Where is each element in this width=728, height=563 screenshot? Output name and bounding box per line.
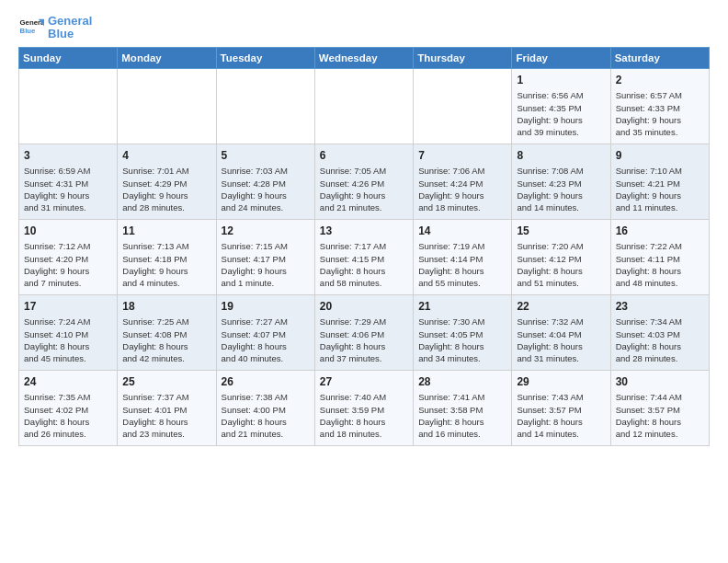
calendar-cell: 25Sunrise: 7:37 AMSunset: 4:01 PMDayligh… <box>118 370 216 445</box>
day-info: and 12 minutes. <box>616 428 704 440</box>
day-number: 8 <box>517 148 605 164</box>
day-info: and 31 minutes. <box>517 352 605 364</box>
day-info: and 11 minutes. <box>616 201 704 213</box>
calendar-cell: 10Sunrise: 7:12 AMSunset: 4:20 PMDayligh… <box>19 219 118 294</box>
day-number: 16 <box>616 224 704 239</box>
day-info: Sunset: 4:35 PM <box>517 102 605 114</box>
calendar-cell: 13Sunrise: 7:17 AMSunset: 4:15 PMDayligh… <box>314 219 413 294</box>
calendar-cell: 22Sunrise: 7:32 AMSunset: 4:04 PMDayligh… <box>512 294 610 370</box>
day-info: Daylight: 8 hours <box>222 340 310 352</box>
day-number: 15 <box>517 224 605 239</box>
calendar-cell: 5Sunrise: 7:03 AMSunset: 4:28 PMDaylight… <box>216 144 314 219</box>
day-header-thursday: Thursday <box>414 47 512 68</box>
day-info: and 7 minutes. <box>24 277 112 289</box>
day-info: Daylight: 8 hours <box>122 340 210 352</box>
day-number: 14 <box>418 224 506 239</box>
day-info: Sunrise: 7:20 AM <box>517 240 605 252</box>
day-number: 21 <box>418 299 506 315</box>
day-info: Daylight: 8 hours <box>616 265 704 277</box>
day-info: Sunrise: 7:32 AM <box>517 316 605 327</box>
calendar-cell <box>216 68 314 144</box>
day-info: Daylight: 8 hours <box>122 416 210 428</box>
day-info: Daylight: 9 hours <box>517 190 605 201</box>
calendar-cell: 11Sunrise: 7:13 AMSunset: 4:18 PMDayligh… <box>118 219 216 294</box>
day-info: Sunset: 4:07 PM <box>222 328 310 340</box>
day-info: Sunset: 4:21 PM <box>616 178 704 190</box>
day-info: Daylight: 9 hours <box>418 190 506 201</box>
day-info: Sunset: 4:18 PM <box>122 253 210 265</box>
day-info: and 31 minutes. <box>24 201 112 213</box>
day-header-monday: Monday <box>118 47 216 68</box>
day-number: 13 <box>320 224 408 239</box>
day-number: 4 <box>122 148 210 164</box>
day-info: Daylight: 8 hours <box>418 340 506 352</box>
day-number: 29 <box>517 374 605 390</box>
svg-text:Blue: Blue <box>20 28 37 36</box>
calendar-cell <box>414 68 512 144</box>
day-header-sunday: Sunday <box>19 47 118 68</box>
day-number: 7 <box>418 148 506 164</box>
day-header-saturday: Saturday <box>610 47 709 68</box>
day-info: Sunrise: 7:17 AM <box>320 240 408 252</box>
day-number: 23 <box>616 299 704 315</box>
day-info: Sunrise: 7:01 AM <box>122 165 210 177</box>
calendar-cell: 23Sunrise: 7:34 AMSunset: 4:03 PMDayligh… <box>610 294 709 370</box>
day-info: Sunrise: 7:27 AM <box>222 316 310 327</box>
day-info: and 28 minutes. <box>616 352 704 364</box>
day-number: 10 <box>24 224 112 239</box>
day-info: Sunrise: 7:03 AM <box>222 165 310 177</box>
day-info: Sunset: 4:28 PM <box>222 178 310 190</box>
calendar-cell: 27Sunrise: 7:40 AMSunset: 3:59 PMDayligh… <box>314 370 413 445</box>
day-info: Sunset: 4:29 PM <box>122 178 210 190</box>
day-info: Sunset: 4:17 PM <box>222 253 310 265</box>
calendar-cell: 28Sunrise: 7:41 AMSunset: 3:58 PMDayligh… <box>414 370 512 445</box>
day-number: 19 <box>222 299 310 315</box>
calendar-cell: 20Sunrise: 7:29 AMSunset: 4:06 PMDayligh… <box>314 294 413 370</box>
day-info: Sunset: 4:20 PM <box>24 253 112 265</box>
day-info: and 23 minutes. <box>122 428 210 440</box>
calendar-cell: 7Sunrise: 7:06 AMSunset: 4:24 PMDaylight… <box>414 144 512 219</box>
day-info: Daylight: 8 hours <box>517 340 605 352</box>
day-info: Sunrise: 7:37 AM <box>122 391 210 403</box>
logo-icon: General Blue <box>18 15 44 40</box>
calendar-cell: 21Sunrise: 7:30 AMSunset: 4:05 PMDayligh… <box>414 294 512 370</box>
calendar-cell <box>19 68 118 144</box>
day-number: 17 <box>24 299 112 315</box>
day-info: Sunset: 3:57 PM <box>517 404 605 416</box>
day-info: Sunrise: 7:15 AM <box>222 240 310 252</box>
day-number: 25 <box>122 374 210 390</box>
calendar-cell: 19Sunrise: 7:27 AMSunset: 4:07 PMDayligh… <box>216 294 314 370</box>
day-info: and 55 minutes. <box>418 277 506 289</box>
day-number: 11 <box>122 224 210 239</box>
day-number: 26 <box>222 374 310 390</box>
day-info: Daylight: 9 hours <box>222 265 310 277</box>
day-info: Sunrise: 7:25 AM <box>122 316 210 327</box>
day-info: Daylight: 9 hours <box>122 190 210 201</box>
day-number: 22 <box>517 299 605 315</box>
day-info: Sunrise: 7:34 AM <box>616 316 704 327</box>
day-info: Sunrise: 6:56 AM <box>517 89 605 101</box>
day-info: and 45 minutes. <box>24 352 112 364</box>
week-row-1: 1Sunrise: 6:56 AMSunset: 4:35 PMDaylight… <box>19 68 710 144</box>
calendar-cell: 4Sunrise: 7:01 AMSunset: 4:29 PMDaylight… <box>118 144 216 219</box>
day-info: Daylight: 9 hours <box>517 114 605 126</box>
day-info: and 14 minutes. <box>517 428 605 440</box>
calendar-cell: 1Sunrise: 6:56 AMSunset: 4:35 PMDaylight… <box>512 68 610 144</box>
header: General Blue GeneralBlue <box>18 15 710 41</box>
day-number: 9 <box>616 148 704 164</box>
day-info: Sunrise: 7:22 AM <box>616 240 704 252</box>
day-info: Sunrise: 7:41 AM <box>418 391 506 403</box>
day-info: and 58 minutes. <box>320 277 408 289</box>
day-info: and 37 minutes. <box>320 352 408 364</box>
day-number: 28 <box>418 374 506 390</box>
calendar-cell: 3Sunrise: 6:59 AMSunset: 4:31 PMDaylight… <box>19 144 118 219</box>
day-number: 30 <box>616 374 704 390</box>
day-info: Daylight: 9 hours <box>616 190 704 201</box>
week-row-2: 3Sunrise: 6:59 AMSunset: 4:31 PMDaylight… <box>19 144 710 219</box>
day-number: 27 <box>320 374 408 390</box>
day-info: and 21 minutes. <box>222 428 310 440</box>
day-number: 24 <box>24 374 112 390</box>
day-info: Sunset: 4:08 PM <box>122 328 210 340</box>
day-info: Sunset: 4:12 PM <box>517 253 605 265</box>
logo: General Blue GeneralBlue <box>18 15 92 41</box>
